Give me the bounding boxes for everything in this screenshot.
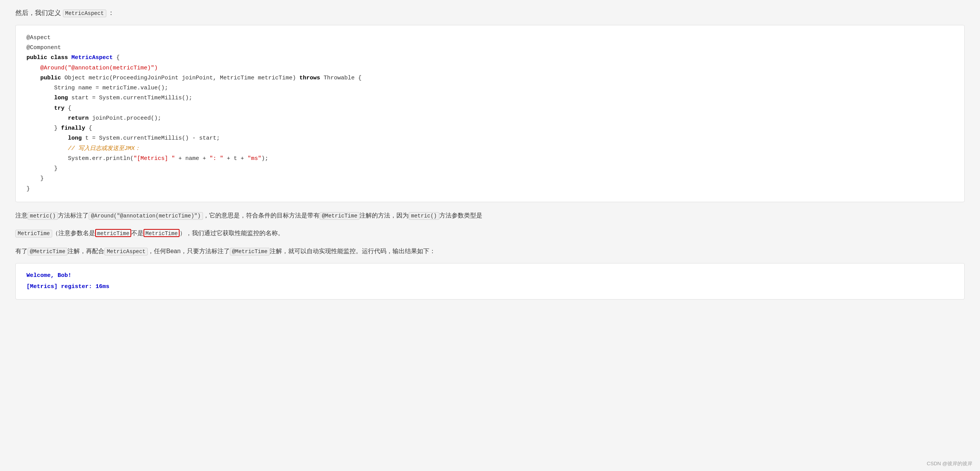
desc2-highlight-box: metricTime <box>95 229 131 237</box>
description-3: 有了@MetricTime注解，再配合MetricAspect，任何Bean，只… <box>15 245 965 257</box>
desc1-text3: 注解的方法，因为 <box>360 212 409 219</box>
code-line-16: } <box>26 184 954 194</box>
desc3-code1: @MetricTime <box>28 248 68 255</box>
code-line-1: @Aspect <box>26 33 954 43</box>
desc2-highlight-box2: MetricTime <box>144 229 180 237</box>
desc1-code1: metric() <box>28 212 58 220</box>
code-line-6: String name = metricTime.value(); <box>26 83 954 93</box>
code-block: @Aspect @Component public class MetricAs… <box>15 25 965 202</box>
desc3-prefix: 有了 <box>15 248 28 254</box>
code-line-13: System.err.println("[Metrics] " + name +… <box>26 154 954 164</box>
desc1-code4: metric() <box>409 212 439 220</box>
code-line-8: try { <box>26 104 954 114</box>
intro-text: 然后，我们定义 MetricAspect ： <box>15 8 965 19</box>
desc2-code1: MetricTime <box>15 230 52 237</box>
desc3-text3: 注解，就可以自动实现性能监控。运行代码，输出结果如下： <box>270 248 436 254</box>
code-line-2: @Component <box>26 43 954 53</box>
desc2-text3: ），我们通过它获取性能监控的名称。 <box>180 230 284 236</box>
code-line-11: long t = System.currentTimeMillis() - st… <box>26 133 954 143</box>
desc2-highlight2: MetricTime <box>145 231 178 237</box>
description-2: MetricTime（注意参数名是metricTime不是MetricTime）… <box>15 227 965 239</box>
desc1-text1: 方法标注了 <box>58 212 89 219</box>
code-line-14: } <box>26 164 954 174</box>
code-line-9: return joinPoint.proceed(); <box>26 114 954 124</box>
desc3-code3: @MetricTime <box>230 248 270 255</box>
desc1-code2: @Around("@annotation(metricTime)") <box>89 212 203 220</box>
output-block: Welcome, Bob! [Metrics] register: 16ms <box>15 263 965 300</box>
desc1-text4: 方法参数类型是 <box>439 212 482 219</box>
code-line-12: // 写入日志或发送至JMX： <box>26 144 954 154</box>
output-line-2: [Metrics] register: 16ms <box>26 282 954 293</box>
intro-colon: ： <box>108 9 114 16</box>
code-line-5: public Object metric(ProceedingJoinPoint… <box>26 73 954 83</box>
desc3-text2: ，任何Bean，只要方法标注了 <box>148 248 229 254</box>
desc3-text1: 注解，再配合 <box>68 248 104 254</box>
code-line-4: @Around("@annotation(metricTime)") <box>26 63 954 73</box>
desc2-highlight1: metricTime <box>97 231 129 237</box>
desc1-code3: @MetricTime <box>320 212 360 220</box>
code-line-10: } finally { <box>26 124 954 133</box>
output-line-1: Welcome, Bob! <box>26 270 954 282</box>
intro-code: MetricAspect <box>63 10 106 17</box>
description-1: 注意metric()方法标注了@Around("@annotation(metr… <box>15 210 965 221</box>
desc3-code2: MetricAspect <box>104 248 148 255</box>
code-line-3: public class MetricAspect { <box>26 53 954 63</box>
code-line-15: } <box>26 174 954 184</box>
desc2-text1: （注意参数名是 <box>52 230 95 236</box>
desc1-prefix: 注意 <box>15 212 28 219</box>
desc2-text2: 不是 <box>131 230 144 236</box>
desc1-text2: ，它的意思是，符合条件的目标方法是带有 <box>203 212 320 219</box>
code-line-7: long start = System.currentTimeMillis(); <box>26 93 954 103</box>
intro-prefix: 然后，我们定义 <box>15 9 61 16</box>
